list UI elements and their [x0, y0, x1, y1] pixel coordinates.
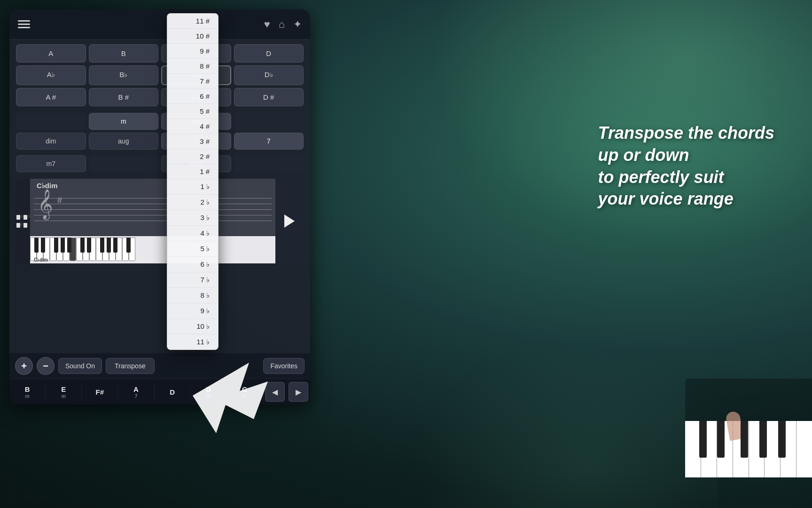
- key-cs2: [80, 238, 85, 253]
- bg-accent2: [389, 320, 718, 508]
- favorites-button[interactable]: Favorites: [263, 358, 304, 374]
- transpose-11sharp[interactable]: 11 #: [167, 14, 218, 29]
- transpose-1flat[interactable]: 1 ♭: [167, 179, 218, 195]
- key-fs2: [100, 238, 104, 253]
- transpose-3sharp[interactable]: 3 #: [167, 134, 218, 149]
- transpose-6flat[interactable]: 6 ♭: [167, 257, 218, 272]
- transpose-1sharp[interactable]: 1 #: [167, 164, 218, 179]
- note-grid-flat: A♭ B♭ C♭ D♭: [9, 64, 310, 87]
- key-fs: [54, 238, 58, 253]
- top-bar: ♥ ⌂ ✦: [9, 9, 310, 40]
- key-cs3: [126, 238, 131, 253]
- chord-quality-grid: m m6 dim aug 6 7: [9, 110, 310, 152]
- sound-on-button[interactable]: Sound On: [58, 358, 102, 374]
- key-cs: [34, 238, 39, 253]
- mini-keyboard: C♭dim: [30, 236, 275, 263]
- hamburger-menu[interactable]: [18, 20, 30, 28]
- transpose-2sharp[interactable]: 2 #: [167, 149, 218, 164]
- notation-content: C♭dim 𝄞 #: [30, 179, 275, 263]
- chord-cell-A7[interactable]: A 7: [118, 383, 154, 401]
- transpose-2flat[interactable]: 2 ♭: [167, 195, 218, 210]
- transpose-4sharp[interactable]: 4 #: [167, 119, 218, 134]
- chord-qual-m2: m: [47, 393, 80, 399]
- chord-major[interactable]: [16, 113, 86, 130]
- transpose-8sharp[interactable]: 8 #: [167, 59, 218, 74]
- note-Dsharp[interactable]: D #: [234, 88, 304, 106]
- chord-cell-Bm[interactable]: B m: [9, 383, 46, 401]
- chord-empty3: [234, 155, 304, 172]
- minus-button[interactable]: −: [37, 357, 55, 375]
- star-icon[interactable]: ✦: [293, 18, 302, 31]
- note-Bsharp[interactable]: B #: [89, 88, 159, 106]
- key-gs2: [107, 238, 111, 253]
- transpose-3flat[interactable]: 3 ♭: [167, 210, 218, 226]
- key-gs: [61, 238, 65, 253]
- piano-keys-large: [685, 421, 812, 477]
- transpose-9flat[interactable]: 9 ♭: [167, 303, 218, 319]
- staff-line-3: [34, 209, 272, 210]
- note-grid-sharp: A # B # C # D #: [9, 87, 310, 108]
- nav-prev[interactable]: ◀: [265, 382, 285, 402]
- plus-button[interactable]: +: [15, 357, 33, 375]
- note-Asharp[interactable]: A #: [16, 88, 86, 106]
- piano-image: [685, 379, 812, 477]
- chord-7[interactable]: 7: [234, 133, 304, 150]
- staff-line-4: [34, 215, 272, 215]
- chord-empty1: [234, 113, 304, 130]
- transpose-8flat[interactable]: 8 ♭: [167, 288, 218, 303]
- chord-note-Fs: F#: [83, 388, 117, 396]
- note-Ab[interactable]: A♭: [16, 65, 86, 85]
- transpose-7sharp[interactable]: 7 #: [167, 74, 218, 89]
- transpose-10flat[interactable]: 10 ♭: [167, 319, 218, 334]
- transpose-button[interactable]: Transpose: [106, 358, 155, 374]
- staff-area: C♭dim 𝄞 #: [30, 179, 275, 236]
- chord-empty2: [89, 155, 159, 172]
- chord-cell-Fsharp[interactable]: F#: [82, 386, 118, 398]
- note-Db[interactable]: D♭: [234, 65, 304, 85]
- chord-cell-Em[interactable]: E m: [46, 383, 82, 401]
- chord-note-B: B: [10, 385, 44, 393]
- desc-line2: up or down: [598, 144, 774, 167]
- transpose-4flat[interactable]: 4 ♭: [167, 226, 218, 241]
- staff-line-5: [34, 221, 272, 221]
- transpose-7flat[interactable]: 7 ♭: [167, 272, 218, 288]
- piano-icon: [16, 215, 30, 228]
- note-D[interactable]: D: [234, 44, 304, 63]
- transpose-11flat[interactable]: 11 ♭: [167, 334, 218, 349]
- note-A[interactable]: A: [16, 44, 86, 63]
- chord-dim[interactable]: dim: [16, 133, 86, 150]
- notation-area: C♭dim 𝄞 #: [16, 179, 304, 263]
- transpose-5sharp[interactable]: 5 #: [167, 104, 218, 119]
- chord-qual-7: 7: [119, 393, 153, 399]
- chord-m[interactable]: m: [89, 113, 159, 130]
- treble-clef: 𝄞: [38, 191, 53, 217]
- chord-note-E: E: [47, 385, 80, 393]
- transpose-5flat[interactable]: 5 ♭: [167, 241, 218, 257]
- transpose-9sharp[interactable]: 9 #: [167, 44, 218, 59]
- chord-qual-m: m: [10, 393, 44, 399]
- note-grid-natural: A B C D: [9, 40, 310, 64]
- home-icon[interactable]: ⌂: [279, 18, 285, 31]
- transpose-10sharp[interactable]: 10 #: [167, 29, 218, 44]
- staff-line-1: [34, 198, 272, 198]
- note-B[interactable]: B: [89, 44, 159, 63]
- chord-quality-grid-2: m7 sus4: [9, 154, 310, 175]
- description-text: Transpose the chords up or down to perfe…: [598, 122, 774, 210]
- play-button[interactable]: [275, 179, 304, 263]
- heart-icon[interactable]: ♥: [264, 18, 270, 31]
- chord-note-A: A: [119, 385, 153, 393]
- transpose-6sharp[interactable]: 6 #: [167, 89, 218, 104]
- transpose-dropdown: 11 # 10 # 9 # 8 # 7 # 6 # 5 # 4 # 3 # 2 …: [167, 13, 219, 350]
- chord-m7[interactable]: m7: [16, 155, 86, 172]
- key-ds2: [87, 238, 91, 253]
- accidentals: #: [57, 196, 62, 206]
- desc-line1: Transpose the chords: [598, 122, 774, 144]
- desc-line4: your voice range: [598, 188, 774, 210]
- chord-aug[interactable]: aug: [89, 133, 159, 150]
- staff-line-2: [34, 204, 272, 204]
- nav-next[interactable]: ▶: [289, 382, 308, 402]
- arrow-indicator: [174, 358, 268, 435]
- key-ds: [41, 238, 45, 253]
- note-Bb[interactable]: B♭: [89, 65, 159, 85]
- svg-marker-0: [193, 363, 268, 433]
